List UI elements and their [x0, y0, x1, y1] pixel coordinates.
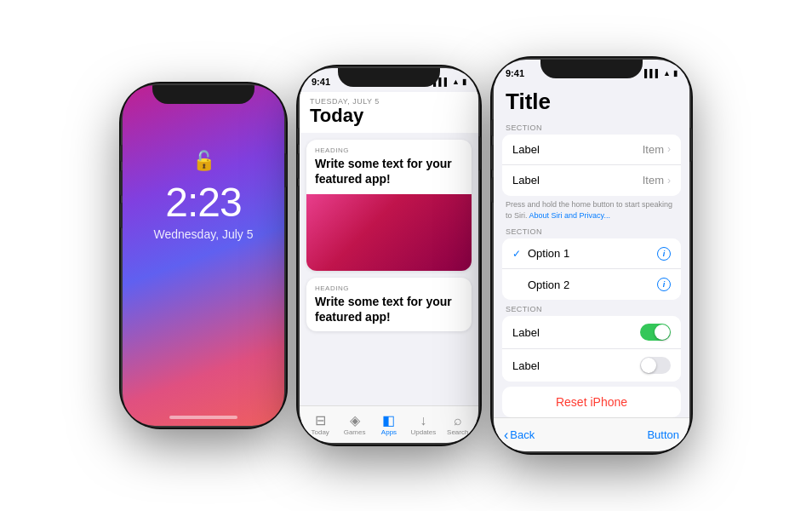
- tab-games-label: Games: [344, 428, 366, 436]
- section2-label: SECTION: [506, 227, 678, 236]
- next-button[interactable]: Button: [647, 428, 679, 441]
- signal-icon: ▌▌▌: [644, 69, 660, 78]
- today-icon: ⊟: [315, 414, 326, 428]
- reset-iphone-button[interactable]: Reset iPhone: [502, 387, 681, 417]
- tab-search[interactable]: ⌕ Search: [444, 414, 472, 436]
- tab-bar: ⊟ Today ◈ Games ◧ Apps ↓ Updates ⌕ Sea: [300, 405, 478, 443]
- games-icon: ◈: [350, 414, 360, 428]
- tab-games[interactable]: ◈ Games: [341, 414, 369, 436]
- updates-icon: ↓: [420, 414, 426, 428]
- notch: [152, 85, 254, 104]
- info-button[interactable]: i: [657, 247, 671, 261]
- lockscreen-bg: 9:41 ▌▌▌ ▲ ▮ 🔓 2:23 Wednesday, July 5: [123, 85, 284, 426]
- tab-updates-label: Updates: [410, 428, 436, 436]
- search-icon: ⌕: [454, 414, 462, 428]
- tab-today-label: Today: [312, 428, 329, 436]
- lock-icon: 🔓: [192, 150, 215, 172]
- settings-nav-bar: ‹ Back Button: [494, 417, 689, 451]
- info-button-2[interactable]: i: [657, 278, 671, 291]
- section1-list: Label Item › Label Item ›: [502, 135, 681, 196]
- settings-screen: 9:41 ▌▌▌ ▲ ▮ Title SECTION Label Item ›: [494, 60, 689, 451]
- settings-section1: SECTION Label Item › Label Item › Press …: [502, 123, 681, 222]
- battery-icon: ▮: [462, 78, 466, 86]
- tab-apps-label: Apps: [381, 428, 397, 436]
- settings-section2: SECTION ✓ Option 1 i ✓ Option 2 i: [502, 227, 681, 300]
- row1-label: Label: [512, 143, 643, 156]
- back-button[interactable]: ‹ Back: [504, 428, 535, 443]
- card2-heading-label: HEADING: [306, 278, 472, 294]
- section3-row1[interactable]: Label: [502, 316, 681, 349]
- section2-row2[interactable]: ✓ Option 2 i: [502, 269, 681, 300]
- card1-heading-text: Write some text for your featured app!: [306, 156, 472, 193]
- wifi-icon: ▲: [663, 69, 671, 78]
- reset-label: Reset iPhone: [556, 395, 627, 409]
- toggle-on[interactable]: [640, 324, 671, 341]
- section2-row1[interactable]: ✓ Option 1 i: [502, 238, 681, 269]
- toggle-knob-2: [641, 358, 656, 373]
- siri-privacy-link[interactable]: About Siri and Privacy...: [529, 211, 610, 220]
- phone-settings: 9:41 ▌▌▌ ▲ ▮ Title SECTION Label Item ›: [494, 60, 689, 451]
- tab-updates[interactable]: ↓ Updates: [409, 414, 437, 436]
- section1-label: SECTION: [506, 123, 678, 132]
- row2-value: Item: [643, 174, 664, 187]
- toggle-knob: [655, 324, 670, 340]
- chevron-right-icon: ›: [667, 175, 671, 187]
- tab-today[interactable]: ⊟ Today: [306, 414, 334, 436]
- status-icons: ▌▌▌ ▲ ▮: [644, 69, 678, 78]
- appstore-scroll: HEADING Write some text for your feature…: [300, 133, 478, 405]
- phone-lockscreen: 9:41 ▌▌▌ ▲ ▮ 🔓 2:23 Wednesday, July 5: [123, 85, 284, 426]
- battery-icon: ▮: [673, 69, 678, 78]
- siri-info-text: Press and hold the home button to start …: [502, 196, 681, 222]
- phone-appstore: 9:41 ▌▌▌ ▲ ▮ TUESDAY, JULY 5 Today HEADI…: [300, 68, 478, 443]
- checkmark-icon: ✓: [512, 248, 526, 260]
- toggle-off[interactable]: [640, 357, 671, 374]
- section3-label: SECTION: [506, 305, 678, 313]
- tab-apps[interactable]: ◧ Apps: [375, 414, 403, 436]
- appstore-screen: 9:41 ▌▌▌ ▲ ▮ TUESDAY, JULY 5 Today HEADI…: [300, 68, 478, 443]
- toggle2-label: Label: [512, 359, 640, 372]
- settings-title-bar: Title: [494, 83, 689, 118]
- wifi-icon: ▲: [452, 78, 460, 86]
- card2-heading-text: Write some text for your featured app!: [306, 294, 472, 331]
- section2-list: ✓ Option 1 i ✓ Option 2 i: [502, 238, 681, 300]
- featured-card-2: HEADING Write some text for your feature…: [306, 278, 472, 331]
- tab-search-label: Search: [447, 428, 468, 436]
- row2-label: Label: [512, 174, 643, 187]
- status-time: 9:41: [312, 77, 330, 87]
- section1-row2[interactable]: Label Item ›: [502, 165, 681, 196]
- checkmark-placeholder: ✓: [512, 278, 526, 290]
- button-label: Button: [647, 428, 679, 441]
- lock-time: 2:23: [165, 179, 241, 226]
- chevron-left-icon: ‹: [504, 428, 508, 443]
- section1-row1[interactable]: Label Item ›: [502, 135, 681, 165]
- settings-section3: SECTION Label Label: [502, 305, 681, 382]
- toggle1-label: Label: [512, 326, 640, 339]
- card1-image: [306, 194, 472, 271]
- notch: [338, 68, 440, 87]
- option1-label: Option 1: [528, 247, 657, 260]
- appstore-title: Today: [310, 106, 468, 126]
- section3-list: Label Label: [502, 316, 681, 382]
- status-time: 9:41: [506, 68, 524, 78]
- featured-card-1: HEADING Write some text for your feature…: [306, 140, 472, 270]
- option2-label: Option 2: [528, 278, 657, 291]
- back-label: Back: [510, 428, 535, 441]
- appstore-header: TUESDAY, JULY 5 Today: [300, 92, 478, 133]
- home-bar: [169, 416, 237, 419]
- settings-title: Title: [506, 89, 678, 115]
- chevron-right-icon: ›: [667, 143, 671, 155]
- apps-icon: ◧: [382, 414, 395, 428]
- row1-value: Item: [643, 143, 664, 156]
- notch: [540, 60, 643, 78]
- card1-heading-label: HEADING: [306, 140, 472, 156]
- section3-row2[interactable]: Label: [502, 349, 681, 382]
- lock-date: Wednesday, July 5: [154, 227, 254, 241]
